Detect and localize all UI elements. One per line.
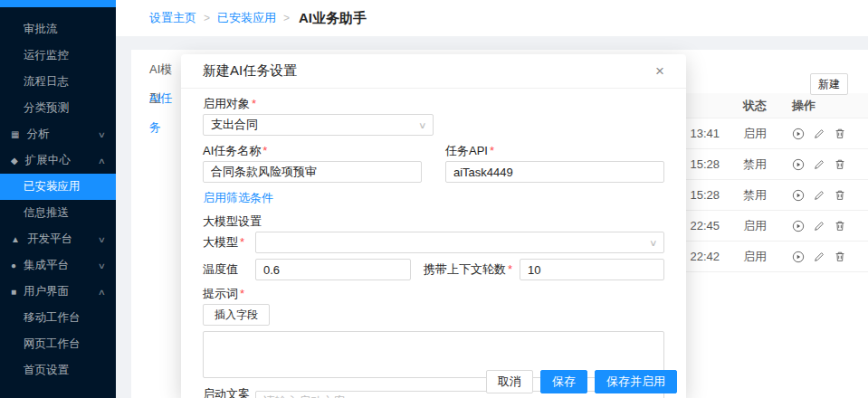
sidebar-group-label: 分析	[26, 127, 49, 142]
sidebar-item-mobile-workbench[interactable]: 移动工作台	[0, 305, 116, 331]
sidebar-item-installed-apps[interactable]: 已安装应用	[0, 174, 116, 200]
sidebar-item-run-monitor[interactable]: 运行监控	[0, 43, 116, 69]
cell-status: 禁用	[720, 156, 770, 173]
new-button[interactable]: 新建	[810, 73, 848, 95]
edit-icon[interactable]	[813, 128, 825, 140]
sidebar-menu: 审批流 运行监控 流程日志 分类预测 ▦ 分析 ∨ ◆ 扩展中心 ∧ 已安装应用…	[0, 7, 116, 384]
app-root: { "colors": {"primary": "#1890ff", "side…	[0, 0, 868, 398]
chevron-up-icon: ∧	[98, 288, 106, 297]
cell-actions	[770, 220, 868, 232]
sidebar-item-home-settings[interactable]: 首页设置	[0, 357, 116, 384]
cancel-button[interactable]: 取消	[486, 370, 533, 393]
save-button[interactable]: 保存	[540, 370, 587, 393]
sidebar-group-label: 用户界面	[24, 284, 69, 299]
cell-actions	[770, 189, 868, 202]
sidebar-item-approval-flow[interactable]: 审批流	[0, 16, 116, 43]
sidebar-item-label: 分类预测	[24, 100, 69, 116]
task-api-input[interactable]	[445, 161, 664, 183]
sidebar-item-label: 审批流	[24, 22, 58, 37]
cell-actions	[770, 128, 868, 140]
sidebar-item-label: 网页工作台	[24, 336, 81, 352]
breadcrumb-settings-home[interactable]: 设置主页	[149, 10, 196, 26]
chevron-down-icon: ∨	[98, 261, 106, 270]
sidebar-group-label: 扩展中心	[25, 153, 71, 168]
llm-section-title: 大模型设置	[203, 213, 664, 230]
cell-actions	[770, 251, 868, 263]
edit-icon[interactable]	[813, 158, 825, 171]
chart-icon: ▦	[11, 130, 19, 139]
task-api-label: 任务API	[445, 143, 494, 159]
delete-icon[interactable]	[834, 158, 846, 171]
close-icon[interactable]: ×	[655, 63, 664, 79]
sidebar-group-extension-center[interactable]: ◆ 扩展中心 ∧	[0, 147, 116, 174]
chevron-down-icon: ∨	[98, 130, 106, 139]
topbar: 设置主页 > 已安装应用 > AI业务助手	[116, 0, 868, 36]
filter-link-row: 启用筛选条件	[203, 190, 664, 206]
sidebar-item-classification-predict[interactable]: 分类预测	[0, 95, 116, 121]
enable-target-value: 支出合同	[211, 117, 258, 133]
sidebar-item-label: 运行监控	[24, 48, 69, 63]
enable-target-select[interactable]: 支出合同 ∨	[203, 114, 434, 136]
run-icon[interactable]	[792, 128, 805, 140]
temperature-input[interactable]	[255, 259, 411, 280]
delete-icon[interactable]	[834, 251, 846, 263]
table-header-actions: 操作	[770, 98, 868, 114]
enable-target-label: 启用对象	[203, 96, 256, 112]
table-header-status: 状态	[720, 98, 770, 114]
run-icon[interactable]	[792, 220, 805, 232]
sidebar-group-integration-platform[interactable]: ● 集成平台 ∨	[0, 252, 116, 279]
sidebar-group-dev-platform[interactable]: ▲ 开发平台 ∨	[0, 226, 116, 252]
sidebar-item-label: 信息推送	[24, 205, 69, 221]
breadcrumb-installed-apps[interactable]: 已安装应用	[217, 10, 276, 26]
modal-title: 新建AI任务设置	[203, 62, 297, 80]
integration-icon: ●	[11, 261, 16, 270]
task-name-input[interactable]	[203, 161, 422, 183]
save-and-enable-button[interactable]: 保存并启用	[595, 370, 677, 393]
tab-ai-model[interactable]: AI模型	[131, 55, 184, 84]
context-rounds-input[interactable]	[520, 259, 664, 280]
chevron-down-icon: ∨	[418, 120, 427, 130]
run-icon[interactable]	[792, 189, 805, 202]
extension-icon: ◆	[11, 156, 18, 166]
chevron-down-icon: ∨	[649, 238, 658, 248]
modal-body: 启用对象 支出合同 ∨ AI任务名称 任务API 启用筛选条件 大模型设置 大模…	[181, 89, 686, 398]
chevron-down-icon: ∨	[98, 235, 106, 244]
sidebar-group-label: 开发平台	[27, 232, 72, 247]
run-icon[interactable]	[792, 251, 805, 263]
sidebar-group-analysis[interactable]: ▦ 分析 ∨	[0, 121, 116, 147]
delete-icon[interactable]	[834, 128, 846, 140]
prompt-label: 提示词	[203, 286, 244, 302]
sidebar: 审批流 运行监控 流程日志 分类预测 ▦ 分析 ∨ ◆ 扩展中心 ∧ 已安装应用…	[0, 0, 116, 398]
modal-header: 新建AI任务设置 ×	[181, 54, 686, 89]
cell-status: 启用	[720, 249, 770, 265]
breadcrumb-separator: >	[283, 12, 290, 24]
sidebar-item-message-push[interactable]: 信息推送	[0, 200, 116, 226]
new-ai-task-modal: 新建AI任务设置 × 启用对象 支出合同 ∨ AI任务名称 任务API 启用筛选…	[181, 54, 686, 398]
temperature-row: 温度值 携带上下文轮数	[203, 259, 664, 280]
cell-status: 启用	[720, 126, 770, 142]
sidebar-item-process-log[interactable]: 流程日志	[0, 69, 116, 95]
ui-grid-icon: ■	[11, 288, 16, 297]
tab-ai-task[interactable]: AI任务	[131, 84, 184, 113]
sidebar-item-partial-top[interactable]	[0, 0, 116, 7]
insert-field-button[interactable]: 插入字段	[203, 304, 270, 326]
edit-icon[interactable]	[813, 251, 825, 263]
edit-icon[interactable]	[813, 220, 825, 232]
cell-actions	[770, 158, 868, 171]
sidebar-group-label: 集成平台	[24, 258, 69, 273]
run-icon[interactable]	[792, 158, 805, 171]
enable-filter-link[interactable]: 启用筛选条件	[203, 191, 273, 204]
delete-icon[interactable]	[834, 189, 846, 202]
dev-platform-icon: ▲	[11, 235, 20, 244]
sidebar-item-web-workbench[interactable]: 网页工作台	[0, 331, 116, 357]
cell-status: 禁用	[720, 187, 770, 204]
sidebar-group-user-interface[interactable]: ■ 用户界面 ∧	[0, 279, 116, 305]
llm-select[interactable]: ∨	[255, 232, 664, 253]
delete-icon[interactable]	[834, 220, 846, 232]
left-tab-rail: AI模型 AI任务	[131, 50, 184, 113]
task-api-field-group: 任务API	[445, 143, 664, 183]
sidebar-item-label: 移动工作台	[24, 310, 81, 326]
task-name-field-group: AI任务名称	[203, 143, 422, 183]
sidebar-item-label: 首页设置	[24, 363, 69, 378]
edit-icon[interactable]	[813, 189, 825, 202]
